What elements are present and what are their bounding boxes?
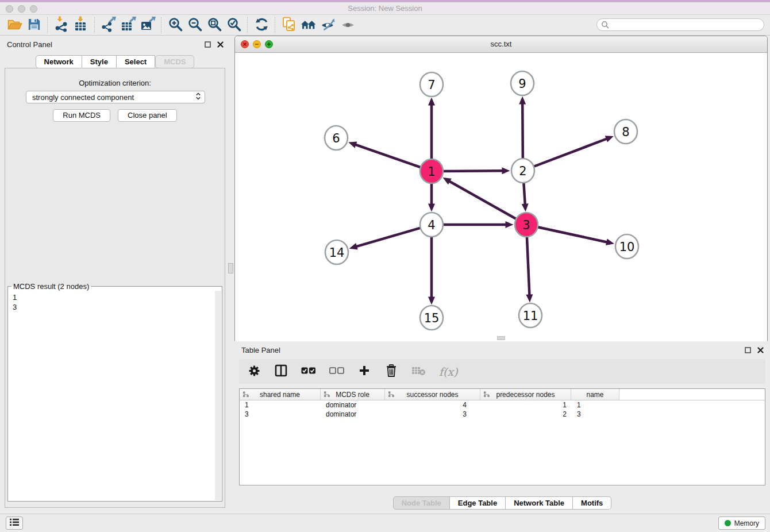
- tab-select[interactable]: Select: [117, 55, 155, 68]
- table-settings-button[interactable]: [247, 365, 261, 379]
- cell-shared-name[interactable]: 3: [240, 410, 321, 418]
- arrowhead-3-11: [526, 294, 533, 302]
- canvas-resize-grip[interactable]: [497, 336, 505, 340]
- export-image-button[interactable]: [138, 16, 157, 34]
- network-window-titlebar[interactable]: scc.txt: [235, 36, 767, 53]
- cell-name[interactable]: 1: [571, 401, 619, 409]
- run-mcds-button[interactable]: Run MCDS: [53, 109, 110, 122]
- table-header-row: shared nameMCDS rolesuccessor nodesprede…: [240, 389, 765, 400]
- tab-node-table[interactable]: Node Table: [393, 496, 450, 510]
- tab-motifs[interactable]: Motifs: [573, 496, 611, 510]
- column-header-mcds-role[interactable]: MCDS role: [321, 389, 385, 400]
- memory-button[interactable]: Memory: [718, 516, 765, 530]
- search-input[interactable]: [596, 18, 764, 31]
- close-panel-button[interactable]: Close panel: [118, 109, 177, 122]
- tab-style[interactable]: Style: [82, 55, 117, 68]
- network-view-window: scc.txt 1234678910111415: [234, 36, 768, 341]
- cell-successor-nodes[interactable]: 4: [385, 401, 480, 409]
- column-label: predecessor nodes: [496, 391, 555, 399]
- column-label: successor nodes: [406, 391, 458, 399]
- column-layout-button[interactable]: [274, 365, 288, 379]
- chevron-updown-icon: [195, 92, 201, 102]
- attribute-icon: [388, 391, 395, 399]
- node-table[interactable]: shared nameMCDS rolesuccessor nodesprede…: [239, 388, 765, 485]
- table-row[interactable]: 1dominator411: [240, 400, 765, 410]
- column-header-name[interactable]: name: [571, 389, 619, 400]
- cell-predecessor-nodes[interactable]: 1: [480, 401, 571, 409]
- export-network-button[interactable]: [99, 16, 118, 34]
- eye-icon: [340, 17, 356, 34]
- select-all-button[interactable]: [301, 365, 316, 379]
- cell-mcds-role[interactable]: dominator: [321, 410, 385, 418]
- tab-mcds[interactable]: MCDS: [155, 55, 194, 68]
- edge-1-6[interactable]: [355, 144, 421, 167]
- hide-selected-button[interactable]: [318, 16, 338, 34]
- edge-2-3[interactable]: [523, 182, 525, 205]
- session-title: Session: New Session: [0, 4, 770, 13]
- column-label: name: [586, 391, 603, 399]
- cell-predecessor-nodes[interactable]: 2: [480, 410, 571, 418]
- import-network-button[interactable]: [52, 16, 71, 34]
- attribute-icon: [242, 391, 249, 399]
- node-label-7: 7: [428, 78, 435, 92]
- zoom-in-button[interactable]: [165, 16, 185, 34]
- panel-splitter-handle[interactable]: [228, 263, 233, 273]
- tab-network[interactable]: Network: [36, 55, 82, 68]
- open-session-button[interactable]: [5, 16, 24, 34]
- cell-mcds-role[interactable]: dominator: [321, 401, 385, 409]
- function-builder-button[interactable]: f(x): [439, 365, 458, 379]
- new-network-from-selection-button[interactable]: [279, 16, 299, 34]
- status-bar: Memory: [0, 514, 770, 532]
- add-column-button[interactable]: [357, 365, 371, 379]
- edge-2-8[interactable]: [533, 138, 607, 167]
- node-label-3: 3: [522, 218, 530, 232]
- zoom-fit-button[interactable]: [205, 16, 224, 34]
- column-header-shared-name[interactable]: shared name: [240, 389, 321, 400]
- import-table-icon: [73, 16, 89, 34]
- edge-3-11[interactable]: [527, 236, 530, 296]
- delete-column-button[interactable]: [384, 365, 398, 379]
- save-session-button[interactable]: [24, 16, 44, 34]
- edge-3-10[interactable]: [537, 227, 608, 242]
- close-panel-icon[interactable]: [217, 41, 224, 48]
- column-header-predecessor-nodes[interactable]: predecessor nodes: [480, 389, 571, 400]
- column-header-successor-nodes[interactable]: successor nodes: [385, 389, 480, 400]
- result-scrollbar[interactable]: [215, 291, 221, 500]
- arrowhead-4-3: [506, 221, 514, 228]
- toolbar-separator: [47, 17, 48, 33]
- columns-icon: [275, 364, 287, 379]
- cell-name[interactable]: 3: [571, 410, 619, 418]
- import-table-button[interactable]: [71, 16, 91, 34]
- task-history-button[interactable]: [6, 516, 23, 530]
- criterion-dropdown[interactable]: strongly connected component: [26, 91, 205, 103]
- edge-3-1[interactable]: [449, 181, 517, 219]
- first-neighbors-button[interactable]: [299, 16, 318, 34]
- network-file-title: scc.txt: [235, 40, 767, 48]
- export-table-button[interactable]: [118, 16, 138, 34]
- cell-successor-nodes[interactable]: 3: [385, 410, 480, 418]
- table-body: 1dominator4113dominator323: [240, 400, 765, 419]
- show-all-button[interactable]: [338, 16, 357, 34]
- toolbar-separator: [94, 17, 95, 33]
- zoom-out-button[interactable]: [185, 16, 205, 34]
- zoom-selected-button[interactable]: [224, 16, 244, 34]
- float-panel-icon[interactable]: [204, 41, 211, 48]
- float-panel-icon[interactable]: [744, 346, 752, 354]
- copy-network-icon: [281, 16, 297, 34]
- edge-1-2[interactable]: [442, 171, 503, 171]
- table-row[interactable]: 3dominator323: [240, 410, 765, 419]
- optimization-criterion-label: Optimization criterion:: [5, 79, 225, 87]
- close-panel-icon[interactable]: [757, 346, 764, 354]
- deselect-all-button[interactable]: [329, 365, 344, 379]
- edge-2-9[interactable]: [522, 103, 523, 160]
- refresh-layout-button[interactable]: [252, 16, 271, 34]
- network-canvas[interactable]: 1234678910111415: [235, 53, 767, 341]
- search-field[interactable]: [596, 18, 764, 31]
- zoom-selected-icon: [226, 17, 242, 34]
- tab-network-table[interactable]: Network Table: [506, 496, 573, 510]
- delete-table-button[interactable]: [411, 365, 426, 379]
- tab-edge-table[interactable]: Edge Table: [450, 496, 506, 510]
- eye-slash-icon: [321, 17, 336, 34]
- cell-shared-name[interactable]: 1: [240, 401, 321, 409]
- edge-4-14[interactable]: [356, 228, 421, 246]
